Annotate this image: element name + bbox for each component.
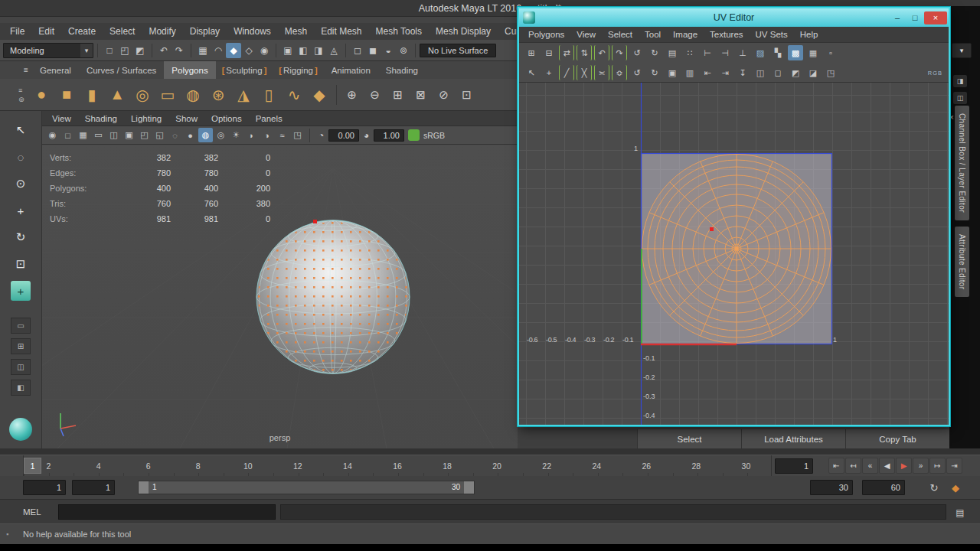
- snap-bottom-icon[interactable]: ↧: [735, 65, 750, 80]
- snap-to-curve-icon[interactable]: ◠: [211, 43, 226, 58]
- poly-plane-icon[interactable]: ▭: [155, 82, 181, 108]
- outliner-layout-button[interactable]: ◧: [11, 380, 31, 396]
- step-back-key-button[interactable]: «: [862, 458, 878, 474]
- menu-set-selector[interactable]: Modeling ▾: [3, 43, 93, 58]
- shelf-tab[interactable]: [ Sculpting ]: [216, 61, 273, 79]
- color-management-toggle[interactable]: [408, 129, 420, 141]
- wireframe-on-shaded-icon[interactable]: ◎: [214, 128, 228, 142]
- range-end-handle[interactable]: [464, 481, 474, 494]
- texture-borders-icon[interactable]: ▩: [788, 45, 803, 60]
- poly-gear-icon[interactable]: ⊛: [206, 82, 231, 108]
- snap-to-grid-icon[interactable]: ▦: [195, 43, 211, 58]
- poly-torus-icon[interactable]: ◎: [130, 82, 155, 108]
- snap-right-icon[interactable]: ⇥: [717, 65, 733, 80]
- play-backwards-button[interactable]: ◀: [879, 458, 895, 474]
- panel-tab[interactable]: Attribute Editor: [955, 227, 969, 298]
- playback-start-field[interactable]: 1: [72, 480, 115, 495]
- rotate-uv-ccw-icon[interactable]: ↶: [594, 45, 609, 60]
- checker-display-icon[interactable]: ▚: [770, 45, 786, 60]
- range-slider[interactable]: 1 30: [138, 481, 475, 494]
- poly-sphere-icon[interactable]: ●: [29, 82, 54, 108]
- uv-menu-item[interactable]: UV Sets: [750, 27, 794, 43]
- uv-menu-item[interactable]: Image: [667, 27, 704, 43]
- attribute-editor-button[interactable]: Load Attributes: [741, 429, 845, 448]
- render-view-icon[interactable]: ◻: [350, 43, 365, 58]
- minimize-button[interactable]: –: [889, 11, 906, 24]
- shade-shells-icon[interactable]: ◩: [788, 65, 803, 80]
- extrude-icon[interactable]: ⊞: [387, 82, 410, 108]
- separate-icon[interactable]: ⊖: [364, 82, 387, 108]
- sew-uv-edge-icon[interactable]: ≍: [594, 65, 609, 80]
- pixel-snap-icon[interactable]: ▫: [823, 45, 838, 60]
- shelf-tab[interactable]: Curves / Surfaces: [79, 61, 164, 79]
- poly-cone-icon[interactable]: ▲: [105, 82, 130, 108]
- snap-to-point-icon[interactable]: ◆: [226, 43, 241, 58]
- combine-icon[interactable]: ⊕: [341, 82, 364, 108]
- camera-lock-icon[interactable]: □: [60, 128, 75, 142]
- align-u-max-icon[interactable]: ⊣: [717, 45, 733, 60]
- tile-view-icon[interactable]: ◻: [770, 65, 786, 80]
- panel-toggle-button[interactable]: ▾: [952, 43, 972, 58]
- redo-icon[interactable]: ↷: [172, 43, 187, 58]
- distribute-uvs-icon[interactable]: ∷: [682, 45, 697, 60]
- dim-image-icon[interactable]: ▨: [753, 45, 768, 60]
- uv-menu-item[interactable]: Textures: [704, 27, 749, 43]
- panel-menu-item[interactable]: Lighting: [124, 111, 168, 126]
- go-to-start-button[interactable]: ⇤: [828, 458, 844, 474]
- shelf-tab[interactable]: Shading: [378, 61, 426, 79]
- uv-menu-item[interactable]: Help: [794, 27, 825, 43]
- uv-menu-item[interactable]: Select: [602, 27, 639, 43]
- current-frame-indicator[interactable]: 1: [24, 458, 41, 474]
- move-tool[interactable]: +: [11, 201, 31, 220]
- animation-end-field[interactable]: 60: [862, 480, 905, 495]
- uv-snapshot-icon[interactable]: ◫: [753, 65, 768, 80]
- bevel-icon[interactable]: ⊠: [410, 82, 433, 108]
- script-editor-icon[interactable]: ▤: [952, 505, 968, 520]
- shelf-gear-icon[interactable]: ⊚: [18, 96, 24, 103]
- undo-icon[interactable]: ↶: [156, 43, 172, 58]
- open-scene-icon[interactable]: ◰: [117, 43, 132, 58]
- uv-lattice-tool-icon[interactable]: ⊟: [541, 45, 557, 60]
- channel-box-toggle-icon[interactable]: ◨: [953, 75, 967, 87]
- exposure-field[interactable]: 0.00: [328, 129, 359, 142]
- rotate-45-ccw-icon[interactable]: ↺: [629, 45, 645, 60]
- motion-blur-icon[interactable]: ≈: [275, 128, 289, 142]
- rotate-tool[interactable]: ↻: [11, 227, 31, 247]
- menu-item[interactable]: File: [3, 23, 31, 40]
- menu-item[interactable]: Create: [61, 23, 103, 40]
- uv-menu-item[interactable]: View: [570, 27, 602, 43]
- shadows-icon[interactable]: ◗: [244, 128, 259, 142]
- textured-icon[interactable]: ◍: [198, 128, 213, 142]
- panel-menu-item[interactable]: Options: [204, 111, 249, 126]
- attribute-editor-button[interactable]: Copy Tab: [845, 429, 949, 448]
- rgb-channels-icon[interactable]: RGB: [928, 70, 942, 77]
- quad-draw-icon[interactable]: ⊡: [456, 82, 479, 108]
- ipr-render-icon[interactable]: ◒: [381, 43, 396, 58]
- command-result-field[interactable]: [280, 504, 946, 520]
- shelf-tab[interactable]: Polygons: [164, 61, 215, 79]
- gamma-icon[interactable]: ◕: [360, 128, 373, 143]
- camera-icon[interactable]: ◉: [45, 128, 60, 142]
- poly-helix-icon[interactable]: ∿: [282, 82, 307, 108]
- flip-u-icon[interactable]: ⇄: [559, 45, 574, 60]
- panel-menu-item[interactable]: Panels: [249, 111, 289, 126]
- isolate-select-icon[interactable]: ◳: [290, 128, 305, 142]
- split-uv-icon[interactable]: ╳: [577, 65, 592, 80]
- paint-select-tool[interactable]: ⊙: [11, 174, 31, 194]
- input-connections-icon[interactable]: ◬: [326, 43, 341, 58]
- save-scene-icon[interactable]: ◩: [132, 43, 148, 58]
- animation-start-field[interactable]: 1: [23, 480, 66, 495]
- menu-item[interactable]: Edit Mesh: [314, 23, 368, 40]
- command-input[interactable]: [58, 504, 276, 520]
- render-settings-icon[interactable]: ⊚: [396, 43, 411, 58]
- snap-left-icon[interactable]: ⇤: [700, 65, 715, 80]
- poly-pipe-icon[interactable]: ▯: [256, 82, 282, 108]
- poly-cylinder-icon[interactable]: ▮: [80, 82, 105, 108]
- uv-move-tool-icon[interactable]: ⊞: [524, 45, 539, 60]
- scale-tool[interactable]: ⊡: [11, 254, 31, 274]
- object-mode-icon[interactable]: ▣: [280, 43, 296, 58]
- align-v-icon[interactable]: ⊥: [735, 45, 750, 60]
- lasso-select-tool[interactable]: ◌: [11, 147, 31, 167]
- isolate-uv-icon[interactable]: ◳: [823, 65, 838, 80]
- poly-platonic-icon[interactable]: ◆: [307, 82, 332, 108]
